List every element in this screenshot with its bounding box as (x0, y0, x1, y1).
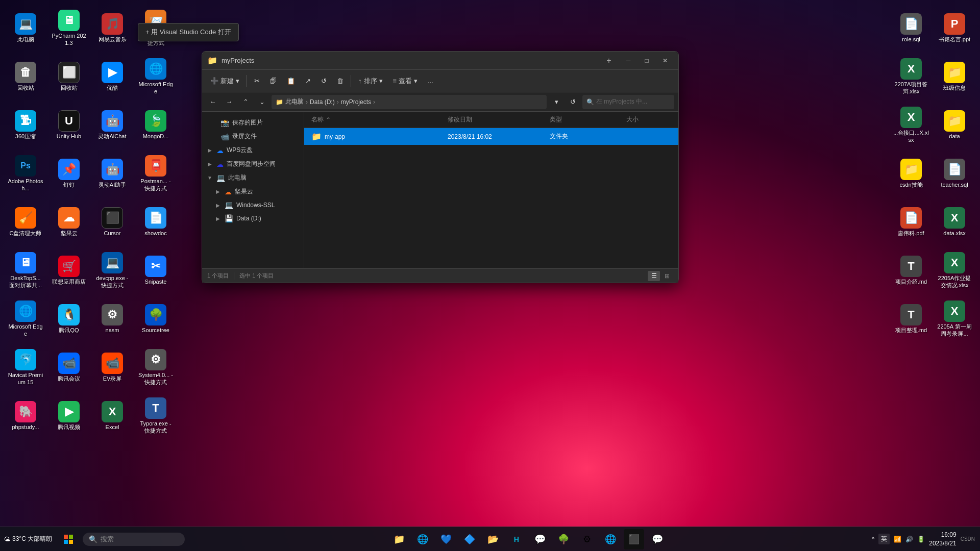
desktop-icon-devcpp[interactable]: 💻 devcpp.exe - 快捷方式 (92, 247, 133, 293)
desktop-icon-project-intro[interactable]: T 项目介绍.md (891, 247, 932, 293)
desktop-icon-2207a[interactable]: X 2207A项目答辩.xlsx (891, 54, 932, 99)
sidebar-item-saved-images[interactable]: 📸 保存的图片 (202, 116, 304, 130)
sort-button[interactable]: ↑ 排序 ▾ (354, 74, 387, 88)
desktop-icon-youku[interactable]: ▶ 优酷 (92, 54, 133, 99)
systray-volume[interactable]: 🔊 (905, 536, 913, 543)
desktop-icon-dingtalk[interactable]: 📌 钉钉 (48, 151, 89, 196)
path-this-pc[interactable]: 此电脑 (285, 97, 304, 106)
forward-button[interactable]: → (223, 95, 236, 109)
desktop-icon-navicat[interactable]: 🐬 Navicat Premium 15 (5, 344, 46, 390)
desktop-icon-project-organize[interactable]: T 项目整理.md (891, 296, 932, 342)
desktop-icon-tang-pdf[interactable]: 📄 唐伟科.pdf (891, 199, 932, 245)
desktop-icon-desktop-s[interactable]: 🖥 DeskTopS... 面对屏幕共... (5, 247, 46, 293)
new-tab-button[interactable]: + (602, 54, 616, 68)
weather-widget[interactable]: 🌤 33°C 大部晴朗 (0, 535, 56, 543)
paste-button[interactable]: 📋 (283, 75, 299, 87)
desktop-icon-wyy[interactable]: 🎵 网易云音乐 (92, 5, 133, 51)
close-button[interactable]: ✕ (657, 54, 673, 68)
share-button[interactable]: ↗ (301, 75, 315, 87)
more-button[interactable]: ... (424, 75, 437, 87)
desktop-icon-2205a-record[interactable]: X 2205A 第一周周考录屏... (934, 296, 975, 342)
desktop-icon-data-folder[interactable]: 📁 data (934, 102, 975, 148)
taskbar-wechat[interactable]: 💬 (647, 529, 668, 549)
vscode-tooltip[interactable]: + 用 Visual Studio Code 打开 (138, 23, 239, 41)
desktop-icon-role-sql[interactable]: 📄 role.sql (891, 5, 932, 51)
sidebar-item-windows-ssl[interactable]: ▶ 💻 Windows-SSL (202, 198, 304, 212)
copy-button[interactable]: 🗐 (266, 75, 281, 87)
desktop-icon-此电脑[interactable]: 💻 此电脑 (5, 5, 46, 51)
desktop-icon-lenovo-store[interactable]: 🛒 联想应用商店 (48, 247, 89, 293)
sidebar-item-recordings[interactable]: 📹 录屏文件 (202, 130, 304, 143)
taskbar-hbuilder[interactable]: H (506, 529, 527, 549)
desktop-icon-showdoc[interactable]: 📄 showdoc (135, 199, 176, 245)
desktop-icon-teacher-sql[interactable]: 📄 teacher.sql (934, 151, 975, 196)
expand-nav-button[interactable]: ⌄ (255, 95, 268, 109)
taskbar-source-control[interactable]: 🌳 (553, 529, 574, 549)
desktop-icon-system4[interactable]: ⚙ System4.0... - 快捷方式 (135, 344, 176, 390)
delete-button[interactable]: 🗑 (333, 75, 348, 87)
desktop-icon-unity[interactable]: ⬜ 回收站 (48, 54, 89, 99)
desktop-icon-edge2[interactable]: 🌐 Microsoft Edge (5, 296, 46, 342)
desktop-icon-lingdong[interactable]: 🤖 灵动AiChat (92, 102, 133, 148)
header-type[interactable]: 类型 (547, 114, 623, 126)
up-button[interactable]: ⌃ (239, 95, 252, 109)
taskbar-file-manager[interactable]: 📂 (483, 529, 503, 549)
header-date[interactable]: 修改日期 (445, 114, 547, 126)
desktop-icon-csdn[interactable]: 📁 csdn技能 (891, 151, 932, 196)
desktop-icon-edge1[interactable]: 🌐 Microsoft Edge (135, 54, 176, 99)
taskbar-messaging[interactable]: 💬 (530, 529, 550, 549)
desktop-icon-360[interactable]: 🗜 360压缩 (5, 102, 46, 148)
desktop-icon-nasm[interactable]: ⚙ nasm (92, 296, 133, 342)
taskbar-search[interactable]: 🔍 搜索 (83, 533, 185, 546)
desktop-icon-snipaste[interactable]: ✂ Snipaste (135, 247, 176, 293)
desktop-icon-jianguoyun[interactable]: ☁ 坚果云 (48, 199, 89, 245)
desktop-icon-qq[interactable]: 🐧 腾讯QQ (48, 296, 89, 342)
desktop-icon-c-cleaner[interactable]: 🧹 C盘清理大师 (5, 199, 46, 245)
systray-battery[interactable]: 🔋 (917, 536, 925, 543)
address-expand-button[interactable]: ▾ (550, 95, 563, 109)
header-size[interactable]: 大小 (623, 114, 674, 126)
taskbar-edge2[interactable]: 🌐 (600, 529, 621, 549)
address-refresh-button[interactable]: ↺ (566, 95, 579, 109)
address-bar[interactable]: 📁 此电脑 › Data (D:) › myProjects › (272, 95, 547, 109)
desktop-icon-unityhub[interactable]: U Unity Hub (48, 102, 89, 148)
grid-view-button[interactable]: ⊞ (661, 271, 673, 281)
taskbar-file-explorer[interactable]: 📁 (389, 529, 409, 549)
sidebar-item-wps-cloud[interactable]: ▶ ☁ WPS云盘 (202, 143, 304, 157)
back-button[interactable]: ← (206, 95, 219, 109)
systray-expand[interactable]: ^ (872, 536, 875, 543)
list-view-button[interactable]: ☰ (648, 271, 660, 281)
view-button[interactable]: ≡ 查看 ▾ (389, 74, 422, 88)
systray-ime[interactable]: 英 (878, 534, 890, 544)
desktop-icon-ai-assistant[interactable]: 🤖 灵动AI助手 (92, 151, 133, 196)
taskbar-settings[interactable]: ⚙ (577, 529, 597, 549)
search-box[interactable]: 🔍 在 myProjects 中... (582, 95, 674, 109)
desktop-icon-api-xlsx[interactable]: X ...台接口...X.xlsx (891, 102, 932, 148)
maximize-button[interactable]: □ (639, 54, 655, 68)
sidebar-item-jianguoyun-tree[interactable]: ▶ ☁ 坚果云 (202, 185, 304, 198)
taskbar-terminal[interactable]: ⬛ (624, 529, 644, 549)
desktop-icon-photoshop[interactable]: Ps Adobe Photosh... (5, 151, 46, 196)
minimize-button[interactable]: ─ (620, 54, 636, 68)
desktop-icon-pycharm[interactable]: 🖥 PyCharm 2021.3 (48, 5, 89, 51)
start-button[interactable] (56, 527, 81, 552)
desktop-icon-phpstudy[interactable]: 🐘 phpstudy... (5, 393, 46, 439)
taskbar-clock[interactable]: 16:09 2023/8/21 (929, 531, 956, 548)
desktop-icon-recycle[interactable]: 🗑 回收站 (5, 54, 46, 99)
taskbar-vs-code[interactable]: 💙 (436, 529, 456, 549)
desktop-icon-tencent-video[interactable]: ▶ 腾讯视频 (48, 393, 89, 439)
systray-wifi[interactable]: 📶 (894, 536, 901, 543)
taskbar-visual-studio[interactable]: 🔷 (459, 529, 480, 549)
header-name[interactable]: 名称 ⌃ (308, 114, 445, 126)
desktop-icon-cursor[interactable]: ⬛ Cursor (92, 199, 133, 245)
file-row-myapp[interactable]: 📁 my-app 2023/8/21 16:02 文件夹 (304, 128, 678, 145)
desktop-icon-class-info[interactable]: 📁 班级信息 (934, 54, 975, 99)
desktop-icon-typora[interactable]: T Typora.exe - 快捷方式 (135, 393, 176, 439)
desktop-icon-postman[interactable]: 📮 Postman... - 快捷方式 (135, 151, 176, 196)
refresh-button[interactable]: ↺ (317, 75, 331, 87)
sidebar-item-data-d[interactable]: ▶ 💾 Data (D:) (202, 212, 304, 225)
taskbar-edge[interactable]: 🌐 (412, 529, 433, 549)
desktop-icon-excel[interactable]: X Excel (92, 393, 133, 439)
sidebar-item-baidu-cloud[interactable]: ▶ ☁ 百度网盘同步空间 (202, 157, 304, 171)
cut-button[interactable]: ✂ (250, 75, 264, 87)
